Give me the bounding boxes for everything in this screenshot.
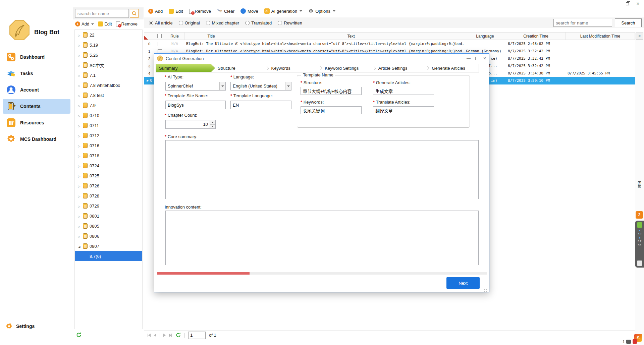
expander-icon[interactable] (77, 214, 82, 219)
expander-icon[interactable] (77, 173, 82, 178)
tree-add-button[interactable]: Add (75, 21, 94, 26)
wizard-step[interactable]: Keyword Settings (318, 64, 372, 72)
sidebar-item-dashboard[interactable]: Dashboard (3, 50, 70, 64)
dropdown-arrow-icon[interactable] (219, 82, 225, 90)
column-language[interactable]: Language (464, 33, 506, 40)
dialog-close-button[interactable]: ✕ (483, 56, 486, 61)
tree-item[interactable]: 0724 (75, 161, 142, 171)
expander-icon[interactable] (77, 234, 82, 239)
tree-item[interactable]: 7.8 whitehatbox (75, 80, 142, 90)
first-page-button[interactable] (148, 334, 151, 337)
network-speed-widget[interactable]: ▲1.2 ▼6.2K/s (635, 221, 644, 268)
expander-icon[interactable] (77, 153, 82, 158)
tree-item-selected[interactable]: 8.7(6) (75, 251, 142, 261)
prev-page-button[interactable] (154, 334, 156, 337)
dialog-minimize-button[interactable]: — (467, 56, 471, 61)
sidebar-item-settings[interactable]: Settings (5, 323, 35, 330)
next-button[interactable]: Next (446, 277, 480, 289)
column-last-modification-time[interactable]: Last Modification Time (566, 33, 635, 40)
spin-down-icon[interactable] (210, 125, 215, 128)
column-rule[interactable]: Rule (165, 33, 184, 40)
edit-side-tab[interactable]: Edit (637, 181, 642, 188)
refresh-page-button[interactable] (175, 332, 181, 338)
sidebar-item-account[interactable]: Account (3, 82, 70, 97)
tree-search-input[interactable] (75, 9, 129, 18)
template-site-name-input[interactable] (165, 101, 226, 109)
tree-refresh-button[interactable] (76, 332, 82, 339)
expander-icon[interactable] (77, 73, 82, 78)
keyboard-icon[interactable] (626, 340, 631, 344)
expander-icon[interactable] (77, 193, 82, 198)
tree-item[interactable]: 0718 (75, 151, 142, 161)
tree-item[interactable]: 0711 (75, 120, 142, 130)
expander-icon[interactable] (77, 133, 82, 138)
row-checkbox[interactable] (158, 42, 162, 46)
move-button[interactable]: Move (240, 8, 258, 14)
tree-item[interactable]: 0712 (75, 130, 142, 140)
collapse-panel-button[interactable]: « (636, 33, 643, 40)
chapter-count-stepper[interactable]: 10 (165, 120, 216, 129)
widget-icon[interactable] (637, 261, 642, 266)
wizard-step[interactable]: Structure (211, 64, 265, 72)
edit-button[interactable]: Edit (169, 9, 183, 14)
dropdown-arrow-icon[interactable] (285, 82, 291, 90)
generate-articles-input[interactable] (373, 87, 434, 95)
sidebar-item-mcs-dashboard[interactable]: MCS Dashboard (3, 132, 70, 147)
tree-item[interactable]: 0801 (75, 211, 142, 221)
innovation-content-textarea[interactable] (165, 211, 479, 265)
row-checkbox[interactable] (158, 49, 162, 54)
expander-icon[interactable] (77, 224, 82, 229)
ime-badge-icon[interactable] (633, 339, 637, 344)
tree-item[interactable]: 5.19 (75, 40, 142, 50)
expander-icon[interactable] (77, 123, 82, 128)
tree-search-button[interactable] (130, 9, 139, 18)
ai-generation-button[interactable]: AI generation (264, 8, 302, 14)
translate-articles-input[interactable] (373, 106, 434, 114)
structure-input[interactable] (301, 87, 362, 95)
wizard-step[interactable]: Summary (156, 64, 215, 72)
wizard-step[interactable]: Keywords (265, 64, 318, 72)
filter-translated[interactable]: Translated (245, 20, 272, 25)
expander-icon[interactable] (77, 143, 82, 148)
wizard-step[interactable]: Article Settings (372, 64, 425, 72)
expander-icon[interactable] (77, 33, 82, 38)
expander-icon[interactable] (77, 113, 82, 118)
tree-item[interactable]: 7.9 (75, 100, 142, 110)
tree-edit-button[interactable]: Edit (98, 21, 112, 26)
options-button[interactable]: Options (308, 8, 335, 14)
clear-button[interactable]: Clear (217, 8, 234, 14)
expander-icon[interactable] (77, 163, 82, 168)
expander-icon[interactable] (77, 103, 82, 108)
wizard-step[interactable]: Generate Articles (425, 64, 479, 72)
remove-button[interactable]: Remove (189, 9, 211, 14)
sidebar-item-tasks[interactable]: Tasks (3, 66, 70, 81)
filter-rewritten[interactable]: Rewritten (278, 20, 302, 25)
tree-item[interactable]: 7.8 test (75, 90, 142, 100)
tree-item[interactable]: 0725 (75, 171, 142, 181)
filter-mixed-chapter[interactable]: Mixed chapter (206, 20, 239, 25)
expander-icon[interactable] (77, 83, 82, 88)
language-select[interactable]: English (United States) (230, 82, 291, 91)
dialog-maximize-button[interactable] (475, 57, 478, 60)
page-number-input[interactable] (188, 332, 206, 339)
select-all-column[interactable] (154, 33, 165, 40)
core-summary-textarea[interactable] (165, 140, 479, 199)
filter-original[interactable]: Original (179, 20, 200, 25)
sidebar-item-resources[interactable]: Resources (3, 115, 70, 130)
tree-item[interactable]: 0728 (75, 191, 142, 201)
expander-icon[interactable] (77, 93, 82, 98)
tree-item[interactable]: 0807 (75, 241, 142, 251)
table-row[interactable]: ▶0 N/A BlogBot: The Ultimate AI Blog... … (144, 40, 635, 48)
tree-item[interactable]: 22 (75, 30, 142, 40)
search-button[interactable]: Search (615, 18, 642, 27)
tree-remove-button[interactable]: Remove (116, 21, 138, 26)
dialog-titlebar[interactable]: Content Generation — ✕ (154, 54, 489, 63)
select-all-checkbox[interactable] (157, 34, 162, 38)
ai-type-select[interactable]: SpinnerChief (165, 82, 226, 91)
column-creation-time[interactable]: Creation Time (506, 33, 566, 40)
filter-all-article[interactable]: All article (149, 20, 173, 25)
column-text[interactable]: Text (238, 33, 464, 40)
expander-icon[interactable] (77, 244, 82, 249)
last-page-button[interactable] (169, 334, 172, 337)
tree-item[interactable]: 0729 (75, 201, 142, 211)
